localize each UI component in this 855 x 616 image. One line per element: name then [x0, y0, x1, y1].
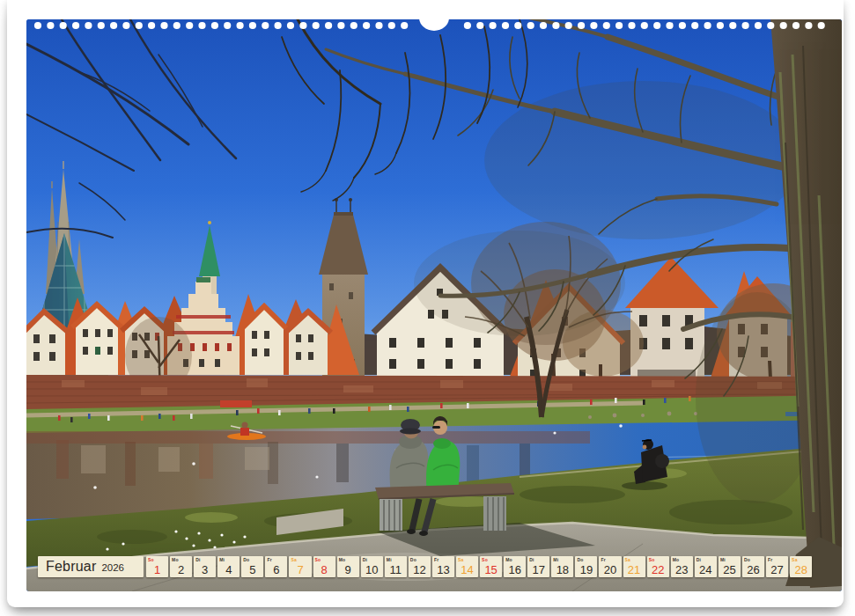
day-number: 14: [456, 564, 478, 576]
day-number: 3: [194, 564, 216, 576]
day-cell: Mo 16: [504, 556, 526, 577]
day-weekday: Do: [410, 557, 416, 562]
day-weekday: Fr: [768, 557, 772, 562]
day-cell: Di 24: [695, 556, 717, 577]
day-weekday: Sa: [458, 557, 464, 562]
day-number: 26: [742, 564, 764, 576]
day-cell: Fr 6: [265, 556, 287, 577]
day-number: 16: [504, 564, 526, 576]
day-number: 23: [671, 564, 693, 576]
day-weekday: So: [482, 557, 488, 562]
day-cell: Mi 18: [551, 556, 573, 577]
day-weekday: Di: [697, 557, 701, 562]
day-number: 17: [527, 564, 549, 576]
day-weekday: Di: [195, 557, 200, 562]
day-number: 12: [409, 564, 431, 576]
day-cell: So 22: [647, 556, 669, 577]
day-number: 28: [790, 564, 812, 576]
day-cell: Mi 4: [217, 556, 240, 577]
day-number: 6: [265, 564, 287, 576]
day-weekday: Sa: [291, 557, 297, 562]
day-cell: Do 5: [241, 556, 263, 577]
photo-scene: [26, 19, 842, 591]
day-number: 19: [575, 564, 597, 576]
day-weekday: Mi: [387, 557, 392, 562]
day-weekday: Mi: [720, 557, 726, 562]
calendar-product-shot: Februar 2026 So 1 Mo 2 Di 3 Mi 4 Do 5 Fr…: [0, 0, 855, 616]
day-cell: So 8: [313, 556, 335, 577]
month-box: Februar 2026: [38, 556, 144, 577]
day-cell: Mo 23: [671, 556, 693, 577]
day-number: 7: [289, 564, 311, 576]
day-weekday: So: [649, 557, 655, 562]
day-weekday: Do: [243, 557, 249, 562]
day-cell: Do 19: [575, 556, 597, 577]
day-number: 11: [385, 564, 407, 576]
day-cell: So 15: [480, 556, 502, 577]
day-number: 4: [217, 564, 240, 576]
day-number: 21: [623, 564, 645, 576]
day-number: 8: [313, 564, 335, 576]
month-photo-ulm: [26, 19, 842, 591]
day-number: 10: [361, 564, 383, 576]
day-weekday: Mo: [505, 557, 512, 562]
day-number: 9: [337, 564, 359, 576]
day-number: 27: [766, 564, 788, 576]
day-number: 15: [480, 564, 502, 576]
day-weekday: Do: [577, 557, 583, 562]
day-cell: Di 3: [194, 556, 216, 577]
day-number: 20: [599, 564, 621, 576]
day-weekday: Sa: [792, 557, 798, 562]
day-weekday: Di: [363, 557, 367, 562]
day-cell: Sa 28: [790, 556, 812, 577]
day-cell: Mi 11: [385, 556, 407, 577]
year-label: 2026: [101, 561, 124, 573]
day-cell: Fr 27: [766, 556, 788, 577]
day-weekday: So: [315, 557, 321, 562]
day-number: 22: [647, 564, 669, 576]
day-number: 1: [146, 564, 168, 576]
days-row: So 1 Mo 2 Di 3 Mi 4 Do 5 Fr 6 Sa 7 So 8 …: [146, 556, 812, 577]
day-weekday: Di: [529, 557, 534, 562]
market-tent: [220, 400, 252, 407]
day-number: 2: [170, 564, 192, 576]
day-cell: So 1: [146, 556, 168, 577]
day-cell: Di 17: [527, 556, 549, 577]
day-cell: Fr 20: [599, 556, 621, 577]
day-cell: Mo 9: [337, 556, 359, 577]
day-cell: Mi 25: [719, 556, 741, 577]
day-weekday: Mi: [553, 557, 558, 562]
day-weekday: Mo: [172, 557, 179, 562]
day-number: 18: [551, 564, 573, 576]
day-number: 25: [719, 564, 741, 576]
day-cell: Fr 13: [432, 556, 454, 577]
day-cell: Sa 14: [456, 556, 478, 577]
day-weekday: Mi: [219, 557, 225, 562]
day-number: 5: [241, 564, 263, 576]
day-weekday: Fr: [434, 557, 439, 562]
day-weekday: So: [148, 557, 154, 562]
day-cell: Sa 21: [623, 556, 645, 577]
day-weekday: Fr: [267, 557, 271, 562]
day-number: 13: [432, 564, 454, 576]
month-label: Februar: [46, 559, 96, 575]
day-cell: Sa 7: [289, 556, 311, 577]
calendar-page: Februar 2026 So 1 Mo 2 Di 3 Mi 4 Do 5 Fr…: [7, 0, 844, 607]
day-weekday: Sa: [625, 557, 631, 562]
day-weekday: Mo: [673, 557, 680, 562]
day-number: 24: [695, 564, 717, 576]
day-cell: Di 10: [361, 556, 383, 577]
day-weekday: Mo: [339, 557, 346, 562]
day-weekday: Do: [744, 557, 750, 562]
calendar-strip: Februar 2026 So 1 Mo 2 Di 3 Mi 4 Do 5 Fr…: [38, 556, 812, 577]
day-cell: Mo 2: [170, 556, 192, 577]
day-cell: Do 12: [409, 556, 431, 577]
day-cell: Do 26: [742, 556, 764, 577]
day-weekday: Fr: [601, 557, 605, 562]
